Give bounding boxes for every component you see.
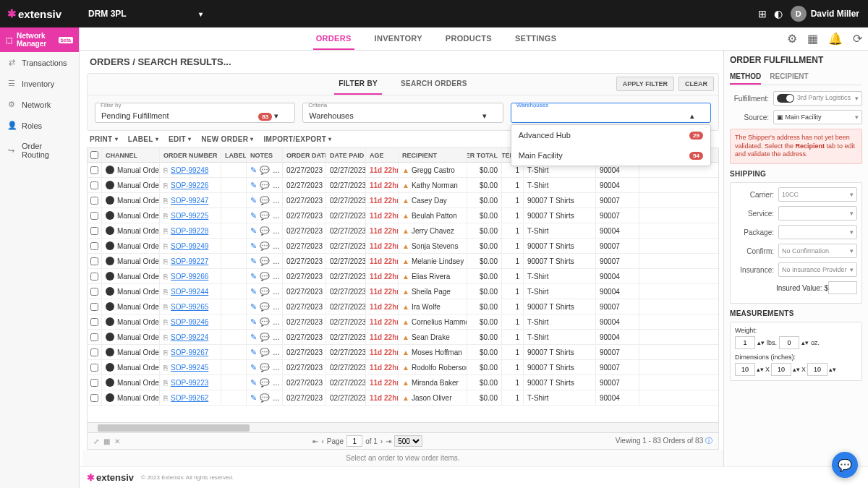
chat-note-icon[interactable]: 💬 [260,287,270,296]
username[interactable]: David Miller [811,9,859,19]
chat-note-icon[interactable]: 💬 [260,333,270,342]
copy-icon[interactable]: ⎘ [163,394,168,402]
table-row[interactable]: Manual Orders ⎘SOP-99227 ✎💬… 02/27/20230… [88,254,718,269]
filter-by-field[interactable]: Filter by Pending Fulfillment83 ▾ [95,103,295,123]
copy-icon[interactable]: ⎘ [163,212,168,220]
apps-icon[interactable]: ⊞ [754,8,770,20]
row-checkbox[interactable] [90,257,98,265]
chat-note-icon[interactable]: 💬 [260,302,270,312]
chat-note-icon[interactable]: 💬 [260,378,270,388]
row-checkbox[interactable] [90,303,98,311]
order-link[interactable]: SOP-99228 [171,227,208,235]
chat-note-icon[interactable]: 💬 [260,226,270,236]
action-new-order[interactable]: NEW ORDER ▾ [201,135,253,143]
row-checkbox[interactable] [90,394,98,402]
copy-icon[interactable]: ⎘ [163,303,168,311]
column-header[interactable]: ORDER TOTAL [467,148,502,162]
edit-note-icon[interactable]: ✎ [250,226,257,236]
tab-products[interactable]: PRODUCTS [443,28,495,50]
order-link[interactable]: SOP-99223 [171,379,208,387]
package-select[interactable]: ▾ [778,225,857,239]
chat-note-icon[interactable]: 💬 [260,211,270,221]
carrier-select[interactable]: 10CC▾ [778,187,857,202]
dim-w-input[interactable] [771,363,791,376]
order-link[interactable]: SOP-99224 [171,333,208,341]
grid-icon[interactable]: ▦ [103,437,110,445]
table-row[interactable]: Manual Orders ⎘SOP-99262 ✎💬… 02/27/20230… [88,390,718,406]
table-row[interactable]: Manual Orders ⎘SOP-99247 ✎💬… 02/27/20230… [88,193,718,208]
copy-icon[interactable]: ⎘ [163,364,168,372]
tab-settings[interactable]: SETTINGS [512,28,559,50]
weight-lbs-input[interactable] [735,336,755,349]
apply-filter-button[interactable]: APPLY FILTER [616,77,674,91]
edit-note-icon[interactable]: ✎ [250,333,257,342]
edit-note-icon[interactable]: ✎ [250,272,257,281]
row-checkbox[interactable] [90,348,98,356]
action-edit[interactable]: EDIT ▾ [169,135,191,143]
row-checkbox[interactable] [90,242,98,250]
dropdown-option[interactable]: Advanced Hub29 [511,125,710,145]
source-select[interactable]: ▣ Main Facility▾ [773,110,862,124]
chat-note-icon[interactable]: 💬 [260,317,270,327]
edit-note-icon[interactable]: ✎ [250,348,257,357]
table-row[interactable]: Manual Orders ⎘SOP-99245 ✎💬… 02/27/20230… [88,360,718,375]
sidebar-item[interactable]: ⚙Network [0,94,79,115]
copy-icon[interactable]: ⎘ [163,273,168,281]
insured-value-input[interactable] [828,281,857,294]
copy-icon[interactable]: ⎘ [163,242,168,250]
order-link[interactable]: SOP-99245 [171,364,208,372]
sidebar-header[interactable]: ⬚ Network Manager beta [0,27,79,52]
copy-icon[interactable]: ⎘ [163,348,168,356]
row-checkbox[interactable] [90,227,98,235]
sidebar-item[interactable]: ⇄Transactions [0,52,79,73]
order-link[interactable]: SOP-99246 [171,318,208,326]
next-page-icon[interactable]: › [380,437,383,445]
toggle-icon[interactable] [777,94,794,103]
order-link[interactable]: SOP-99266 [171,273,208,281]
clear-button[interactable]: CLEAR [678,77,714,91]
expand-icon[interactable]: ⤢ [93,437,99,445]
order-link[interactable]: SOP-99265 [171,303,208,311]
row-checkbox[interactable] [90,181,98,189]
warehouses-field[interactable]: Warehouses ▴ Advanced Hub29 Main Facilit… [511,103,711,123]
last-page-icon[interactable]: ⇥ [386,437,391,445]
edit-note-icon[interactable]: ✎ [250,378,257,388]
column-header[interactable]: ORDER DATE [283,148,326,162]
select-all-checkbox[interactable] [90,151,98,159]
copy-icon[interactable]: ⎘ [163,288,168,296]
tab-inventory[interactable]: INVENTORY [372,28,425,50]
edit-note-icon[interactable]: ✎ [250,393,257,403]
copy-icon[interactable]: ⎘ [163,333,168,341]
edit-note-icon[interactable]: ✎ [250,363,257,372]
table-row[interactable]: Manual Orders ⎘SOP-99224 ✎💬… 02/27/20230… [88,330,718,345]
table-row[interactable]: Manual Orders ⎘SOP-99228 ✎💬… 02/27/20230… [88,223,718,239]
order-link[interactable]: SOP-99267 [171,348,208,356]
edit-note-icon[interactable]: ✎ [250,211,257,221]
dim-l-input[interactable] [735,363,755,376]
copy-icon[interactable]: ⎘ [163,379,168,387]
table-row[interactable]: Manual Orders ⎘SOP-99223 ✎💬… 02/27/20230… [88,375,718,390]
order-link[interactable]: SOP-99248 [171,166,208,174]
column-header[interactable]: DATE PAID [326,148,366,162]
edit-note-icon[interactable]: ✎ [250,287,257,296]
order-link[interactable]: SOP-99249 [171,242,208,250]
chat-note-icon[interactable]: 💬 [260,196,270,205]
sidebar-item[interactable]: ☰Inventory [0,73,79,94]
order-link[interactable]: SOP-99247 [171,197,208,205]
row-checkbox[interactable] [90,364,98,372]
copy-icon[interactable]: ⎘ [163,166,168,174]
avatar[interactable]: D [791,6,807,22]
weight-oz-input[interactable] [779,336,799,349]
help-icon[interactable]: ◐ [770,8,786,20]
edit-note-icon[interactable]: ✎ [250,241,257,251]
fulfillment-select[interactable]: 3rd Party Logistics▾ [773,91,862,106]
order-link[interactable]: SOP-99262 [171,394,208,402]
copy-icon[interactable]: ⎘ [163,227,168,235]
column-header[interactable]: LABELS [221,148,247,162]
column-header[interactable]: CHANNEL [102,148,160,162]
table-row[interactable]: Manual Orders ⎘SOP-99249 ✎💬… 02/27/20230… [88,239,718,254]
edit-note-icon[interactable]: ✎ [250,317,257,327]
dim-h-input[interactable] [807,363,827,376]
tab-filter-by[interactable]: FILTER BY [334,74,382,95]
order-link[interactable]: SOP-99225 [171,212,208,220]
